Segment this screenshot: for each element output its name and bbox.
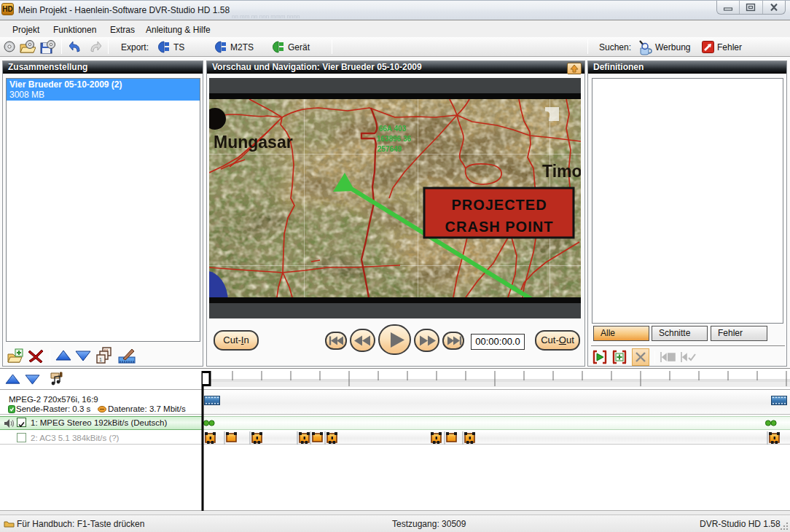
- svg-text:163896 36: 163896 36: [377, 135, 412, 143]
- svg-text:1: 1: [99, 357, 102, 362]
- svg-text:Mungasar: Mungasar: [214, 133, 293, 152]
- svg-text:CRASH POINT: CRASH POINT: [445, 219, 554, 235]
- svg-text:Timor: Timor: [542, 162, 581, 181]
- svg-text:PROJECTED: PROJECTED: [451, 197, 547, 213]
- svg-text:257649: 257649: [378, 145, 402, 153]
- svg-text:66A 403: 66A 403: [379, 125, 407, 133]
